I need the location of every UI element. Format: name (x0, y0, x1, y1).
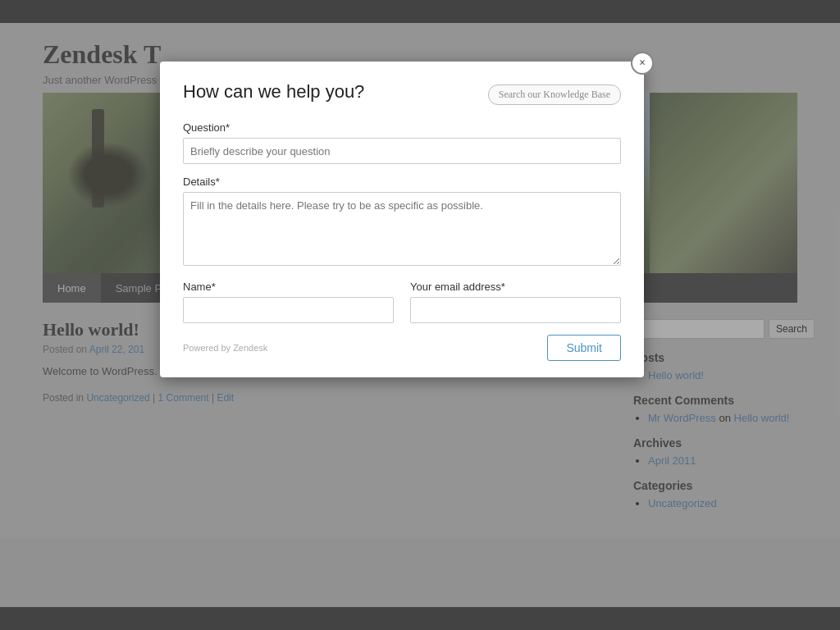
question-input[interactable] (183, 138, 621, 164)
modal-header: How can we help you? Search our Knowledg… (183, 81, 621, 105)
details-label: Details* (183, 176, 621, 188)
name-input[interactable] (183, 297, 394, 323)
email-label: Your email address* (410, 281, 621, 293)
powered-by-text: Powered by Zendesk (183, 343, 267, 353)
question-field-group: Question* (183, 121, 621, 164)
details-textarea[interactable] (183, 192, 621, 266)
submit-button[interactable]: Submit (547, 335, 621, 361)
name-label: Name* (183, 281, 394, 293)
question-label: Question* (183, 121, 621, 134)
name-field-group: Name* (183, 281, 394, 323)
modal-close-button[interactable]: × (631, 52, 654, 75)
kb-search-button[interactable]: Search our Knowledge Base (488, 84, 621, 105)
modal-title: How can we help you? (183, 81, 364, 103)
details-field-group: Details* (183, 176, 621, 269)
name-email-row: Name* Your email address* (183, 281, 621, 323)
modal-footer: Powered by Zendesk Submit (183, 335, 621, 361)
email-input[interactable] (410, 297, 621, 323)
help-modal: × How can we help you? Search our Knowle… (160, 62, 644, 377)
email-field-group: Your email address* (410, 281, 621, 323)
